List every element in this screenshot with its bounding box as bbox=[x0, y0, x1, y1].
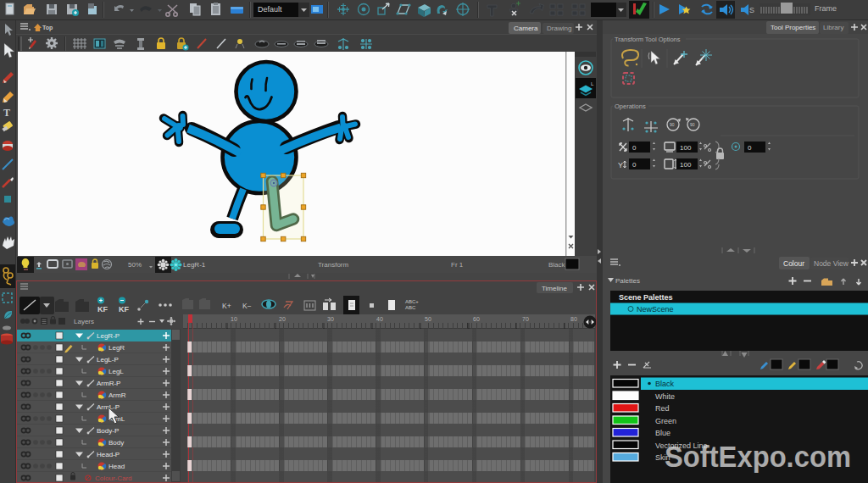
svg-text:S: S bbox=[749, 6, 754, 14]
svg-text:Colour-Card: Colour-Card bbox=[95, 475, 132, 482]
svg-text:50: 50 bbox=[425, 316, 431, 322]
svg-text:Default: Default bbox=[258, 5, 282, 14]
svg-text:Tool Properties: Tool Properties bbox=[771, 24, 815, 31]
svg-text:20: 20 bbox=[279, 316, 286, 322]
svg-text:KF: KF bbox=[97, 305, 108, 314]
svg-text:0: 0 bbox=[632, 144, 637, 152]
svg-text:40: 40 bbox=[376, 316, 383, 322]
svg-text:Timeline: Timeline bbox=[542, 285, 567, 292]
svg-text:ArmR-P: ArmR-P bbox=[97, 380, 120, 387]
svg-text:0: 0 bbox=[632, 161, 637, 169]
svg-text:ABC: ABC bbox=[405, 305, 416, 310]
svg-text:Palettes: Palettes bbox=[615, 277, 640, 285]
svg-text:Frame: Frame bbox=[815, 4, 837, 13]
svg-text:Drawing: Drawing bbox=[547, 25, 571, 32]
svg-text:White: White bbox=[655, 392, 675, 401]
svg-text:K−: K− bbox=[242, 302, 252, 310]
svg-text:0: 0 bbox=[748, 144, 752, 152]
svg-text:Library: Library bbox=[823, 24, 843, 31]
svg-text:Top: Top bbox=[42, 25, 53, 31]
svg-text:Fr 1: Fr 1 bbox=[451, 261, 464, 269]
svg-text:Node View: Node View bbox=[814, 259, 849, 268]
svg-text:Red: Red bbox=[655, 404, 670, 413]
svg-text:LegL-P: LegL-P bbox=[97, 356, 119, 364]
svg-text:ArmR: ArmR bbox=[108, 391, 126, 399]
svg-text:50%: 50% bbox=[128, 261, 142, 269]
svg-text:100: 100 bbox=[680, 144, 692, 152]
svg-text:Body-P: Body-P bbox=[97, 427, 119, 435]
svg-text:NewScene: NewScene bbox=[637, 305, 674, 314]
svg-text:Head-P: Head-P bbox=[97, 451, 120, 458]
svg-text:ABC+: ABC+ bbox=[405, 299, 419, 304]
svg-text:Black: Black bbox=[548, 261, 566, 269]
svg-text:Y: Y bbox=[618, 161, 623, 169]
svg-text:70: 70 bbox=[522, 316, 529, 322]
svg-text:100: 100 bbox=[680, 161, 692, 169]
svg-text:Scene Palettes: Scene Palettes bbox=[619, 293, 673, 302]
svg-text:Blue: Blue bbox=[655, 429, 670, 437]
svg-text:LegR-1: LegR-1 bbox=[183, 261, 206, 269]
svg-text:LegR: LegR bbox=[108, 344, 125, 352]
svg-text:80: 80 bbox=[570, 316, 577, 322]
svg-text:Operations: Operations bbox=[615, 103, 646, 110]
svg-text:K+: K+ bbox=[222, 302, 231, 310]
svg-text:KF: KF bbox=[119, 305, 129, 314]
svg-text:Layers: Layers bbox=[74, 318, 94, 325]
svg-text:Camera: Camera bbox=[514, 25, 538, 32]
svg-text:90: 90 bbox=[670, 122, 675, 127]
svg-text:LegR-P: LegR-P bbox=[97, 332, 120, 340]
svg-text:Body: Body bbox=[108, 439, 124, 447]
svg-text:Green: Green bbox=[655, 417, 676, 425]
svg-text:10: 10 bbox=[231, 316, 237, 322]
svg-text:Head: Head bbox=[108, 463, 125, 470]
svg-text:LegL: LegL bbox=[108, 368, 124, 375]
svg-text:60: 60 bbox=[473, 316, 480, 322]
svg-text:Colour: Colour bbox=[783, 259, 804, 268]
svg-text:Transform Tool Options: Transform Tool Options bbox=[615, 36, 681, 43]
svg-text:T: T bbox=[3, 107, 10, 119]
svg-text:30: 30 bbox=[327, 316, 334, 322]
svg-text:Transform: Transform bbox=[318, 261, 348, 269]
svg-text:Black: Black bbox=[655, 380, 675, 388]
svg-text:90: 90 bbox=[690, 122, 695, 127]
